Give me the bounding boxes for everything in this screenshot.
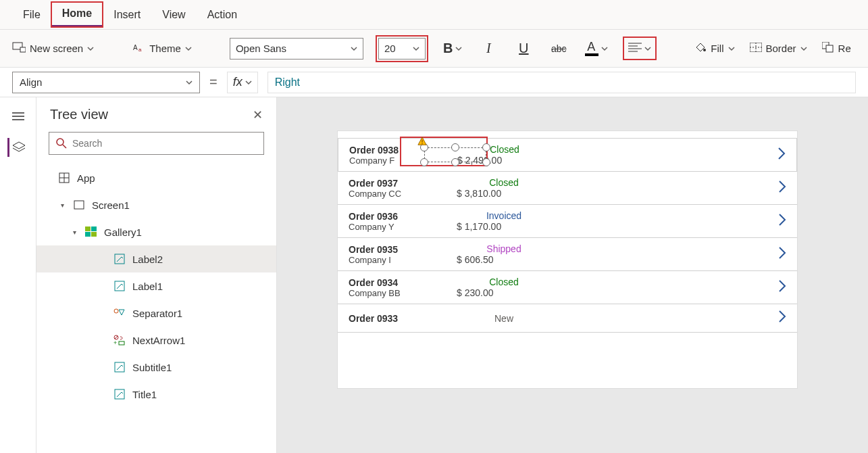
tree-node-label2[interactable]: Label2 bbox=[36, 245, 276, 272]
svg-rect-22 bbox=[74, 201, 84, 209]
chevron-down-icon bbox=[455, 45, 462, 52]
design-canvas[interactable]: Order 0938Company FClosed$ 2,490.00Order… bbox=[277, 97, 868, 453]
bold-button[interactable]: B bbox=[440, 38, 465, 59]
menu-insert[interactable]: Insert bbox=[103, 3, 151, 26]
border-button[interactable]: Border bbox=[748, 40, 809, 57]
order-title: Order 0938 bbox=[349, 145, 457, 156]
tree-label: Label2 bbox=[132, 254, 163, 265]
tree-node-separator1[interactable]: Separator1 bbox=[36, 300, 276, 327]
next-arrow-icon[interactable] bbox=[766, 180, 786, 197]
border-icon bbox=[750, 43, 762, 54]
menu-action[interactable]: Action bbox=[197, 3, 248, 26]
theme-button[interactable]: Aa Theme bbox=[132, 39, 193, 57]
font-name-select[interactable]: Open Sans bbox=[230, 38, 363, 59]
underline-button[interactable]: U bbox=[512, 37, 535, 60]
svg-rect-13 bbox=[826, 45, 833, 52]
property-select[interactable]: Align bbox=[12, 72, 200, 93]
next-arrow-icon[interactable] bbox=[765, 147, 786, 164]
status-label: Closed bbox=[457, 277, 551, 287]
gallery-row[interactable]: Order 0933New bbox=[338, 304, 797, 333]
status-label: New bbox=[457, 313, 551, 324]
tree-node-label1[interactable]: Label1 bbox=[36, 272, 276, 300]
menu-home[interactable]: Home bbox=[51, 2, 103, 27]
gallery-row[interactable]: Order 0935Company IShipped$ 606.50 bbox=[338, 238, 797, 271]
order-title: Order 0933 bbox=[349, 313, 457, 324]
company-name: Company I bbox=[349, 255, 457, 265]
company-name: Company Y bbox=[349, 222, 457, 232]
tree-node-screen1[interactable]: ▾ Screen1 bbox=[36, 191, 276, 218]
formula-input[interactable]: Right bbox=[267, 72, 856, 93]
chevron-down-icon bbox=[245, 79, 252, 86]
tree-view-panel: Tree view ✕ App ▾ Screen1 ▾ Gal bbox=[36, 97, 277, 453]
fill-button[interactable]: Fill bbox=[693, 39, 736, 58]
label-icon bbox=[113, 280, 126, 292]
left-rail bbox=[0, 97, 36, 453]
next-arrow-icon[interactable] bbox=[766, 310, 786, 327]
gallery-row[interactable]: Order 0936Company YInvoiced$ 1,170.00 bbox=[338, 205, 797, 238]
gallery-row[interactable]: Order 0937Company CCClosed$ 3,810.00 bbox=[338, 172, 797, 205]
svg-line-18 bbox=[63, 145, 66, 148]
font-color-icon: A bbox=[585, 41, 598, 56]
svg-rect-26 bbox=[91, 232, 97, 237]
svg-text:A: A bbox=[133, 44, 138, 51]
order-title: Order 0935 bbox=[349, 244, 457, 255]
tree-node-app[interactable]: App bbox=[36, 164, 276, 191]
price-label: $ 3,810.00 bbox=[457, 188, 551, 199]
fx-button[interactable]: fx bbox=[227, 72, 258, 93]
chevron-down-icon bbox=[186, 79, 193, 86]
theme-label: Theme bbox=[149, 43, 181, 54]
gallery-preview[interactable]: Order 0938Company FClosed$ 2,490.00Order… bbox=[338, 131, 797, 333]
tree-label: Label1 bbox=[132, 281, 163, 292]
font-color-button[interactable]: A bbox=[582, 39, 611, 59]
tree: App ▾ Screen1 ▾ Gallery1 Label2 bbox=[36, 162, 276, 408]
expander-icon[interactable]: ▾ bbox=[70, 229, 78, 236]
svg-point-29 bbox=[114, 309, 118, 313]
svg-text:a: a bbox=[138, 47, 142, 53]
status-label: Closed bbox=[457, 144, 552, 155]
tree-node-nextarrow1[interactable]: + NextArrow1 bbox=[36, 327, 276, 354]
svg-point-8 bbox=[703, 49, 706, 51]
gallery-icon bbox=[85, 226, 97, 238]
next-arrow-icon[interactable] bbox=[766, 213, 786, 230]
font-size-select[interactable]: 20 bbox=[378, 38, 426, 59]
menu-view[interactable]: View bbox=[151, 3, 196, 26]
reorder-label: Re bbox=[838, 43, 851, 54]
layers-icon bbox=[12, 141, 26, 153]
status-label: Closed bbox=[457, 177, 551, 188]
next-arrow-icon[interactable] bbox=[766, 246, 786, 263]
warning-icon bbox=[417, 137, 427, 146]
next-arrow-icon[interactable] bbox=[766, 279, 786, 296]
close-icon[interactable]: ✕ bbox=[253, 108, 263, 122]
hamburger-icon bbox=[12, 112, 24, 121]
reorder-button[interactable]: Re bbox=[821, 39, 852, 57]
new-screen-icon bbox=[12, 42, 26, 55]
menu-file[interactable]: File bbox=[12, 3, 51, 26]
rail-hamburger[interactable] bbox=[9, 107, 28, 126]
svg-line-31 bbox=[115, 336, 118, 339]
tree-node-subtitle1[interactable]: Subtitle1 bbox=[36, 354, 276, 381]
equals-sign: = bbox=[209, 74, 218, 90]
tree-search[interactable] bbox=[49, 132, 264, 155]
reorder-icon bbox=[822, 42, 834, 55]
tree-node-gallery1[interactable]: ▾ Gallery1 bbox=[36, 218, 276, 245]
italic-button[interactable]: I bbox=[477, 37, 500, 60]
ribbon: New screen Aa Theme Open Sans 20 B I U a… bbox=[0, 30, 868, 68]
screen-preview[interactable]: Order 0938Company FClosed$ 2,490.00Order… bbox=[338, 131, 797, 388]
strikethrough-button[interactable]: abc bbox=[547, 37, 570, 60]
svg-rect-33 bbox=[119, 341, 124, 345]
chevron-down-icon bbox=[644, 45, 651, 52]
text-align-button[interactable] bbox=[626, 39, 654, 57]
gallery-row[interactable]: Order 0938Company FClosed$ 2,490.00 bbox=[338, 138, 797, 172]
tree-node-title1[interactable]: Title1 bbox=[36, 381, 276, 408]
chevron-down-icon bbox=[87, 45, 94, 52]
font-size-highlight: 20 bbox=[376, 35, 428, 62]
new-screen-button[interactable]: New screen bbox=[11, 39, 95, 57]
search-icon bbox=[56, 138, 67, 149]
tree-search-input[interactable] bbox=[72, 138, 257, 149]
rail-tree-view[interactable] bbox=[7, 138, 26, 157]
tree-label: Gallery1 bbox=[104, 226, 142, 238]
status-label: Invoiced bbox=[457, 210, 551, 221]
order-title: Order 0934 bbox=[349, 277, 457, 288]
expander-icon[interactable]: ▾ bbox=[58, 201, 66, 209]
gallery-row[interactable]: Order 0934Company BBClosed$ 230.00 bbox=[338, 271, 797, 304]
